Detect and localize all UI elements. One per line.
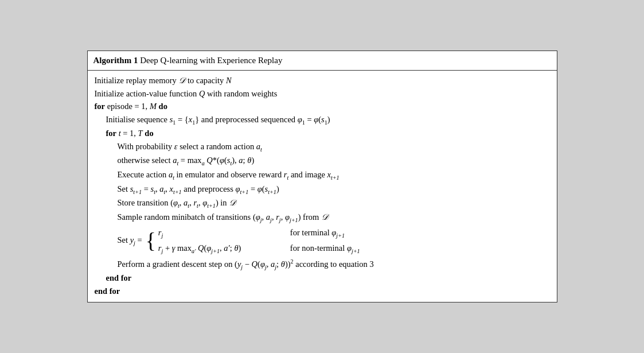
line-otherwise: otherwise select at = maxa Q*(φ(st), a; … <box>95 154 550 168</box>
algorithm-body: Initialize replay memory 𝒟 to capacity N… <box>88 71 557 302</box>
case2-condition: for non-terminal φj+1 <box>290 241 360 256</box>
case1-value: rj <box>158 226 290 240</box>
line-perform: Perform a gradient descent step on (yj −… <box>95 257 550 271</box>
algorithm-box: Algorithm 1 Deep Q-learning with Experie… <box>87 51 557 302</box>
line-end-for-inner: end for <box>95 271 550 284</box>
line-sample: Sample random minibatch of transitions (… <box>95 211 550 225</box>
cases-brace: { <box>146 231 156 251</box>
line-end-for-outer: end for <box>95 285 550 297</box>
algorithm-header: Algorithm 1 Deep Q-learning with Experie… <box>88 51 557 71</box>
line-init-memory: Initialize replay memory 𝒟 to capacity N <box>95 74 550 87</box>
line-for-episode: for episode = 1, M do <box>95 100 550 113</box>
line-set-s: Set st+1 = st, at, xt+1 and preprocess φ… <box>95 183 550 197</box>
line-with-prob: With probability ε select a random actio… <box>95 140 550 154</box>
case2: rj + γ maxa′ Q(φj+1, a′; θ) for non-term… <box>158 241 360 256</box>
line-init-q: Initialize action-value function Q with … <box>95 87 550 100</box>
case1-condition: for terminal φj+1 <box>290 226 345 240</box>
line-store: Store transition (φt, at, rt, φt+1) in 𝒟 <box>95 196 550 211</box>
algorithm-title: Deep Q-learning with Experience Replay <box>138 56 282 65</box>
cases-content: rj for terminal φj+1 rj + γ maxa′ Q(φj+1… <box>158 226 360 255</box>
line-init-seq: Initialise sequence s1 = {x1} and prepro… <box>95 113 550 127</box>
case1: rj for terminal φj+1 <box>158 226 360 240</box>
set-yj-label: Set yj = <box>118 234 142 248</box>
case2-value: rj + γ maxa′ Q(φj+1, a′; θ) <box>158 241 290 256</box>
line-execute: Execute action at in emulator and observ… <box>95 168 550 183</box>
line-for-t: for t = 1, T do <box>95 127 550 139</box>
line-set-yj: Set yj = { rj for terminal φj+1 rj + γ m… <box>95 226 550 255</box>
algorithm-label: Algorithm 1 <box>93 56 138 65</box>
